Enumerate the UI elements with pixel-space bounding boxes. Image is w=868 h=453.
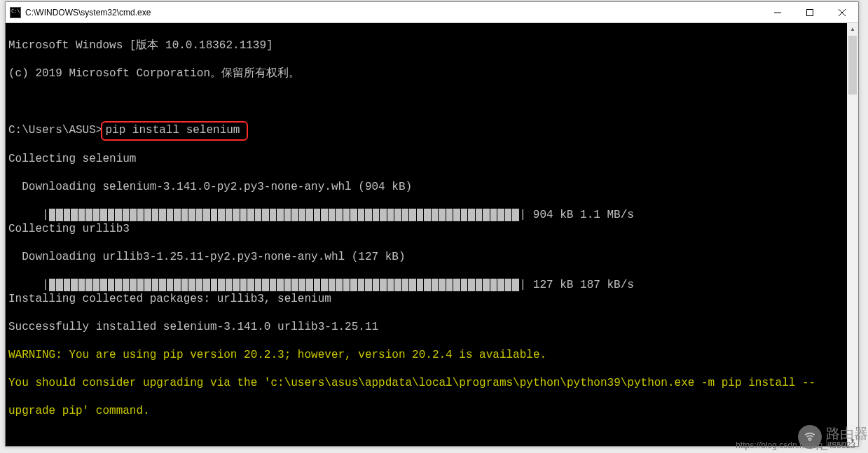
progress-segment bbox=[291, 279, 298, 291]
output-line: Microsoft Windows [版本 10.0.18362.1139] bbox=[8, 39, 844, 53]
progress-segment bbox=[350, 279, 357, 291]
progress-segment bbox=[218, 209, 225, 221]
maximize-button[interactable] bbox=[794, 2, 826, 22]
progress-segment bbox=[226, 209, 233, 221]
progress-segment bbox=[284, 279, 291, 291]
watermark-label: 路由器 bbox=[826, 426, 868, 440]
progress-segment bbox=[402, 279, 409, 291]
prompt-line: C:\Users\ASUS>pip install selenium bbox=[8, 123, 844, 138]
progress-segment bbox=[71, 279, 78, 291]
progress-segment bbox=[174, 209, 181, 221]
progress-segment bbox=[144, 279, 151, 291]
progress-segment bbox=[512, 279, 519, 291]
progress-segment bbox=[373, 279, 380, 291]
progress-segment bbox=[306, 279, 313, 291]
scroll-up-icon[interactable]: ▲ bbox=[847, 23, 858, 34]
progress-segment bbox=[78, 279, 85, 291]
progress-segment bbox=[270, 209, 277, 221]
progress-segment bbox=[85, 209, 92, 221]
progress-segment bbox=[56, 279, 63, 291]
command-highlight: pip install selenium bbox=[101, 121, 248, 141]
progress-bar: || 127 kB 187 kB/s bbox=[8, 278, 634, 292]
progress-segment bbox=[71, 209, 78, 221]
close-button[interactable] bbox=[826, 2, 858, 22]
output-line: Collecting urllib3 bbox=[8, 222, 844, 236]
progress-segment bbox=[240, 279, 247, 291]
cmd-window: C:\WINDOWS\system32\cmd.exe Microsoft Wi… bbox=[5, 1, 859, 447]
progress-segment bbox=[432, 279, 439, 291]
cmd-icon bbox=[10, 7, 21, 18]
progress-segment bbox=[56, 209, 63, 221]
progress-segment bbox=[100, 209, 107, 221]
progress-segment bbox=[167, 209, 174, 221]
progress-segment bbox=[402, 209, 409, 221]
progress-segment bbox=[233, 209, 240, 221]
progress-segment bbox=[137, 279, 144, 291]
progress-segment bbox=[130, 279, 137, 291]
output-line: Installing collected packages: urllib3, … bbox=[8, 292, 844, 306]
progress-segment bbox=[439, 209, 446, 221]
output-line bbox=[8, 95, 844, 109]
progress-segment bbox=[373, 209, 380, 221]
progress-segment bbox=[380, 209, 387, 221]
progress-segment bbox=[137, 209, 144, 221]
progress-segment bbox=[188, 279, 195, 291]
progress-segment bbox=[432, 209, 439, 221]
progress-segment bbox=[100, 279, 107, 291]
window-title: C:\WINDOWS\system32\cmd.exe bbox=[25, 8, 762, 18]
output-line: Downloading urllib3-1.25.11-py2.py3-none… bbox=[8, 250, 844, 264]
vertical-scrollbar[interactable]: ▲ ▼ bbox=[847, 23, 858, 446]
progress-segment bbox=[409, 209, 416, 221]
progress-segment bbox=[115, 209, 122, 221]
progress-segment bbox=[365, 279, 372, 291]
progress-segment bbox=[233, 279, 240, 291]
progress-segment bbox=[394, 279, 401, 291]
progress-segment bbox=[329, 279, 336, 291]
progress-segment bbox=[314, 279, 321, 291]
progress-segment bbox=[512, 209, 519, 221]
progress-segment bbox=[247, 279, 254, 291]
progress-bar: || 904 kB 1.1 MB/s bbox=[8, 208, 634, 222]
progress-segment bbox=[211, 209, 218, 221]
prompt: C:\Users\ASUS> bbox=[8, 124, 102, 137]
progress-segment bbox=[284, 209, 291, 221]
progress-segment bbox=[174, 279, 181, 291]
progress-segment bbox=[476, 209, 483, 221]
progress-segment bbox=[159, 279, 166, 291]
progress-segment bbox=[247, 209, 254, 221]
progress-segment bbox=[144, 209, 151, 221]
progress-segment bbox=[497, 209, 504, 221]
progress-segment bbox=[358, 209, 365, 221]
progress-segment bbox=[394, 209, 401, 221]
progress-segment bbox=[321, 279, 328, 291]
progress-segment bbox=[365, 209, 372, 221]
progress-segment bbox=[409, 279, 416, 291]
output-line: Downloading selenium-3.141.0-py2.py3-non… bbox=[8, 180, 844, 194]
progress-segment bbox=[262, 209, 269, 221]
progress-segment bbox=[181, 279, 188, 291]
progress-segment bbox=[417, 209, 424, 221]
progress-segment bbox=[203, 279, 210, 291]
progress-segment bbox=[446, 209, 453, 221]
progress-segment bbox=[78, 209, 85, 221]
minimize-button[interactable] bbox=[762, 2, 794, 22]
progress-segment bbox=[424, 279, 431, 291]
progress-segment bbox=[387, 209, 394, 221]
output-line: Collecting selenium bbox=[8, 152, 844, 166]
progress-segment bbox=[417, 279, 424, 291]
progress-segment bbox=[453, 279, 460, 291]
progress-segment bbox=[329, 209, 336, 221]
progress-segment bbox=[188, 209, 195, 221]
progress-info: 127 kB 187 kB/s bbox=[526, 279, 634, 291]
titlebar[interactable]: C:\WINDOWS\system32\cmd.exe bbox=[6, 2, 858, 23]
terminal-output: Microsoft Windows [版本 10.0.18362.1139] (… bbox=[6, 23, 847, 446]
progress-segment bbox=[468, 209, 475, 221]
scroll-thumb[interactable] bbox=[848, 36, 857, 95]
progress-segment bbox=[196, 209, 203, 221]
terminal-area[interactable]: Microsoft Windows [版本 10.0.18362.1139] (… bbox=[6, 23, 858, 446]
progress-segment bbox=[343, 279, 350, 291]
progress-segment bbox=[277, 209, 284, 221]
progress-segment bbox=[123, 209, 130, 221]
progress-segment bbox=[336, 209, 343, 221]
progress-segment bbox=[255, 279, 262, 291]
